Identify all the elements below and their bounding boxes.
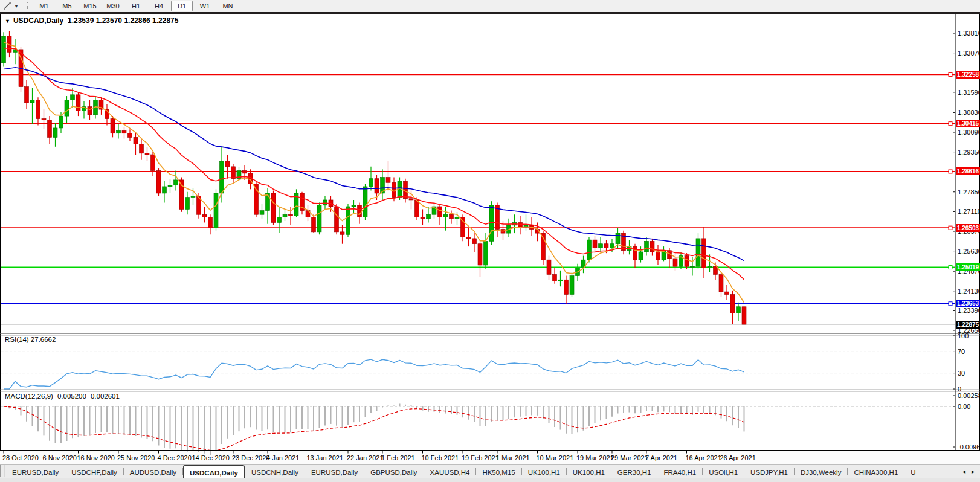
timeframe-toolbar: ▼ M1M5M15M30H1H4D1W1MN (0, 0, 980, 12)
candle-body (266, 193, 270, 211)
timeframe-button-m1[interactable]: M1 (33, 1, 55, 11)
chart-ohlc-values: 1.23539 1.23570 1.22866 1.22875 (68, 16, 179, 25)
line-handle (949, 266, 952, 269)
candle-body (725, 292, 729, 294)
candle-body (702, 239, 706, 268)
candle-body (673, 259, 677, 266)
candle-body (472, 239, 477, 244)
timeframe-button-w1[interactable]: W1 (194, 1, 216, 11)
macd-axis-label: 0.00 (958, 403, 970, 410)
candle-body (42, 119, 46, 120)
candle-body (225, 161, 230, 167)
candle-body (185, 198, 190, 210)
candle-body (208, 217, 213, 228)
date-axis-label: 19 Mar 2021 (576, 454, 614, 461)
candle-body (633, 246, 637, 260)
candle-body (151, 155, 155, 170)
timeframe-button-d1[interactable]: D1 (171, 1, 193, 11)
rsi-name: RSI(14) (5, 336, 29, 343)
candle-body (271, 193, 276, 222)
symbol-tab-u[interactable]: U (904, 466, 921, 478)
date-axis-label: 4 Jan 2021 (266, 454, 299, 461)
candle-body (30, 100, 34, 103)
date-axis-label: 4 Dec 2020 (158, 454, 192, 461)
symbol-tab-gbpusd-daily[interactable]: GBPUSD,Daily (364, 466, 423, 478)
symbol-tab-dj30-weekly[interactable]: DJ30,Weekly (795, 466, 848, 478)
symbol-tab-xauusd-h4[interactable]: XAUUSD,H4 (424, 466, 476, 478)
symbol-tab-uk100-h1[interactable]: UK100,H1 (522, 466, 566, 478)
candle-body (145, 153, 149, 155)
candle-body (220, 161, 224, 193)
symbol-tab-usdjpy-h1[interactable]: USDJPY,H1 (744, 466, 794, 478)
chart-canvas[interactable] (0, 0, 980, 482)
candle-body (421, 217, 425, 219)
macd-axis-label: 0.00258 (958, 392, 980, 399)
chart-dropdown-icon[interactable]: ▼ (5, 18, 10, 24)
candle-body (156, 170, 161, 193)
chart-symbol-label: USDCAD,Daily (13, 16, 63, 25)
candle-body (570, 276, 574, 295)
rsi-axis-label: 70 (958, 348, 965, 355)
symbol-tab-fra40-h1[interactable]: FRA40,H1 (657, 466, 702, 478)
symbol-tab-uk100-h1[interactable]: UK100,H1 (567, 466, 611, 478)
timeframe-button-h4[interactable]: H4 (148, 1, 170, 11)
candle-body (742, 307, 746, 324)
candle-body (312, 217, 316, 232)
candle-body (335, 207, 339, 232)
price-level-tag: 1.32258 (956, 71, 980, 79)
symbol-tab-usoil-h1[interactable]: USOil,H1 (703, 466, 744, 478)
symbol-tab-hk50-m15[interactable]: HK50,M15 (476, 466, 521, 478)
timeframe-button-m30[interactable]: M30 (102, 1, 124, 11)
candle-body (461, 217, 465, 237)
symbol-tab-china300-h1[interactable]: CHINA300,H1 (848, 466, 904, 478)
timeframe-button-h1[interactable]: H1 (125, 1, 147, 11)
line-handle (949, 226, 952, 230)
candle-body (214, 193, 218, 228)
timeframe-button-mn[interactable]: MN (217, 1, 239, 11)
trendline-tool-icon[interactable] (2, 1, 13, 11)
line-handle (949, 122, 952, 126)
symbol-tab-usdchf-daily[interactable]: USDCHF,Daily (65, 466, 123, 478)
candle-body (283, 214, 287, 217)
candle-body (254, 184, 259, 215)
candle-body (277, 217, 282, 223)
candle-body (656, 252, 660, 260)
candle-body (71, 95, 75, 100)
macd-name: MACD(12,26,9) (5, 393, 53, 400)
symbol-tab-usdcnh-daily[interactable]: USDCNH,Daily (245, 466, 305, 478)
symbol-tab-audusd-daily[interactable]: AUDUSD,Daily (124, 466, 182, 478)
candle-body (610, 244, 614, 248)
candle-body (392, 182, 396, 197)
date-axis-label: 26 Apr 2021 (720, 454, 756, 461)
macd-indicator-label: MACD(12,26,9) -0.005200 -0.002601 (5, 393, 120, 400)
candle-body (369, 179, 373, 187)
price-tick-label: 1.31590 (958, 89, 980, 96)
candle-body (340, 232, 344, 234)
candle-body (168, 185, 172, 187)
candle-body (134, 137, 138, 144)
candle-body (478, 244, 482, 265)
date-axis-label: 13 Jan 2021 (307, 454, 344, 461)
tab-scroll-right-icon[interactable]: ▸ (969, 468, 978, 475)
candle-body (59, 116, 63, 128)
tab-scroll-left-icon[interactable]: ◂ (959, 468, 969, 475)
timeframe-button-m15[interactable]: M15 (79, 1, 101, 11)
date-axis-label: 16 Apr 2021 (686, 454, 721, 461)
date-axis-label: 25 Nov 2020 (117, 454, 155, 461)
candle-body (260, 211, 264, 215)
price-tick-label: 1.23390 (958, 307, 980, 314)
candle-body (455, 217, 459, 219)
price-level-tag: 1.28616 (956, 167, 980, 175)
symbol-tab-eurusd-daily[interactable]: EURUSD,Daily (305, 466, 364, 478)
candle-body (438, 207, 442, 217)
candle-body (604, 244, 608, 248)
timeframe-button-m5[interactable]: M5 (56, 1, 78, 11)
symbol-tab-eurusd-daily[interactable]: EURUSD,Daily (6, 466, 65, 478)
date-axis-label: 29 Mar 2021 (611, 454, 648, 461)
symbol-tab-ger30-h1[interactable]: GER30,H1 (611, 466, 657, 478)
date-axis-label: 10 Mar 2021 (537, 454, 574, 461)
trendline-tool-glyph (3, 2, 11, 10)
tool-dropdown-caret-icon[interactable]: ▼ (13, 4, 20, 9)
rsi-axis-label: 100 (958, 332, 969, 339)
candle-body (352, 205, 356, 207)
